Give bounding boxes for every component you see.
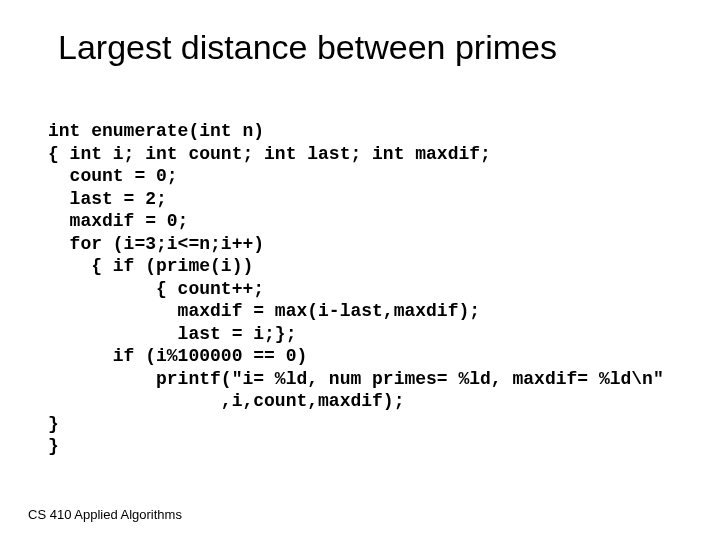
code-block: int enumerate(int n) { int i; int count;… [48,120,664,458]
slide-title: Largest distance between primes [58,28,557,67]
footer-text: CS 410 Applied Algorithms [28,507,182,522]
slide: Largest distance between primes int enum… [0,0,720,540]
